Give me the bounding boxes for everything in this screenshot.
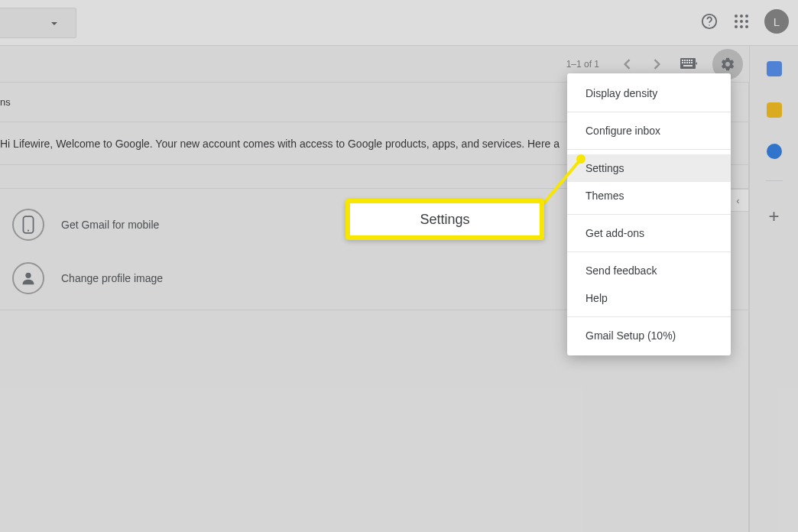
settings-menu: Display density Configure inbox Settings… xyxy=(567,73,731,355)
tasks-app-icon[interactable] xyxy=(767,144,782,159)
card-get-mobile-label: Get Gmail for mobile xyxy=(61,219,159,231)
menu-gmail-setup[interactable]: Gmail Setup (10%) xyxy=(567,322,731,349)
menu-divider xyxy=(567,214,731,215)
svg-rect-12 xyxy=(682,60,683,61)
calendar-app-icon[interactable] xyxy=(767,61,782,76)
svg-point-6 xyxy=(740,20,743,23)
mobile-icon xyxy=(12,209,44,241)
menu-display-density[interactable]: Display density xyxy=(567,79,731,107)
menu-help[interactable]: Help xyxy=(567,284,731,312)
svg-point-24 xyxy=(28,230,29,232)
help-icon[interactable] xyxy=(700,12,719,31)
apps-grid-icon[interactable] xyxy=(732,12,751,31)
select-dropdown[interactable] xyxy=(0,8,76,38)
top-bar: L xyxy=(0,0,798,46)
svg-point-3 xyxy=(740,15,743,18)
chevron-down-icon xyxy=(51,22,57,25)
svg-rect-16 xyxy=(691,60,693,61)
account-avatar[interactable]: L xyxy=(764,9,789,34)
collapse-panel-button[interactable]: ‹ xyxy=(728,189,749,212)
svg-point-2 xyxy=(735,15,738,18)
annotation-callout: Settings xyxy=(345,199,544,240)
svg-rect-14 xyxy=(686,60,688,61)
svg-point-8 xyxy=(735,25,738,28)
top-right-icons: L xyxy=(700,9,789,34)
svg-rect-18 xyxy=(684,62,686,63)
svg-rect-15 xyxy=(689,60,690,61)
svg-point-25 xyxy=(25,273,31,278)
person-icon xyxy=(12,262,44,294)
add-addon-button[interactable]: + xyxy=(768,207,779,225)
menu-divider xyxy=(567,149,731,150)
svg-point-5 xyxy=(735,20,738,23)
svg-point-4 xyxy=(745,15,748,18)
input-tools-button[interactable] xyxy=(674,55,705,73)
page-count: 1–1 of 1 xyxy=(566,59,599,70)
menu-themes[interactable]: Themes xyxy=(567,182,731,209)
side-panel: + xyxy=(749,46,798,532)
menu-send-feedback[interactable]: Send feedback xyxy=(567,257,731,284)
menu-configure-inbox[interactable]: Configure inbox xyxy=(567,117,731,144)
chevron-left-icon: ‹ xyxy=(736,195,739,206)
svg-rect-17 xyxy=(682,62,683,63)
menu-get-addons[interactable]: Get add-ons xyxy=(567,219,731,247)
svg-rect-20 xyxy=(689,62,690,63)
svg-point-10 xyxy=(745,25,748,28)
svg-rect-21 xyxy=(691,62,693,63)
section-header-text: ns xyxy=(0,96,11,108)
svg-point-1 xyxy=(709,24,709,25)
email-snippet: Hi Lifewire, Welcome to Google. Your new… xyxy=(0,138,560,150)
keep-app-icon[interactable] xyxy=(767,102,782,118)
svg-rect-22 xyxy=(683,65,693,66)
card-change-profile-label: Change profile image xyxy=(61,272,163,284)
menu-settings[interactable]: Settings xyxy=(567,154,731,182)
menu-divider xyxy=(567,112,731,112)
svg-point-9 xyxy=(740,25,743,28)
side-divider xyxy=(766,180,783,181)
svg-rect-13 xyxy=(684,60,686,61)
annotation-callout-label: Settings xyxy=(420,212,469,228)
svg-rect-19 xyxy=(686,62,688,63)
menu-divider xyxy=(567,316,731,317)
menu-divider xyxy=(567,251,731,252)
svg-point-7 xyxy=(745,20,748,23)
